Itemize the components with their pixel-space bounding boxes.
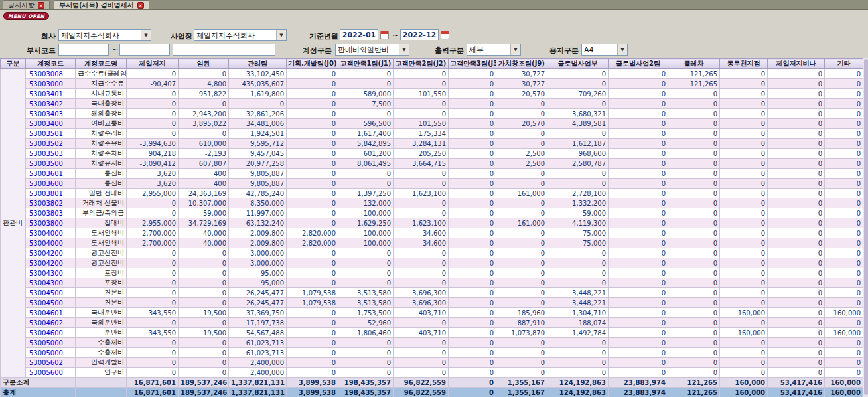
account-name-cell[interactable]: 운반비 xyxy=(76,328,127,338)
account-code-cell[interactable]: 53003000 xyxy=(26,79,76,89)
table-row[interactable]: 53005000수출제비0061,023,71300000000000 xyxy=(1,348,863,358)
table-row[interactable]: 53003502차량주유비-3,994,630610,0009,595,7120… xyxy=(1,139,863,149)
col-header[interactable]: 플레차 xyxy=(668,59,720,69)
account-code-cell[interactable]: 53003008 xyxy=(26,69,76,79)
col-header[interactable]: 기획.개발팀(J0) xyxy=(287,59,338,69)
table-row[interactable]: 53005600연구비002,400,00000000000000 xyxy=(1,368,863,378)
table-row[interactable]: 53004200광고선전비003,000,00000000000000 xyxy=(1,258,863,268)
close-icon[interactable]: ✕ xyxy=(137,2,144,9)
table-row[interactable]: 53003801일반 접대비2,955,00024,363,16942,785,… xyxy=(1,189,863,198)
col-header[interactable]: 글로벌사업부 xyxy=(547,59,609,69)
account-name-cell[interactable]: 부의금/축의금 xyxy=(76,208,127,218)
close-icon[interactable]: ✕ xyxy=(38,2,44,9)
account-name-cell[interactable]: 포장비 xyxy=(76,268,127,278)
account-type-select[interactable]: 판매비와일반비 ▼ xyxy=(335,44,409,56)
table-row[interactable]: 53003600통신비3,6204009,805,88700000000000 xyxy=(1,179,863,189)
account-code-cell[interactable]: 53003502 xyxy=(26,139,76,149)
col-header[interactable]: 구분 xyxy=(1,59,26,69)
table-row[interactable]: 53003800접대비2,955,00034,729,16963,132,240… xyxy=(1,218,863,228)
table-row[interactable]: 53005000수출제비0061,023,71300000000000 xyxy=(1,338,863,348)
col-header[interactable]: 계정코드 xyxy=(26,59,76,69)
table-row[interactable]: 53003402국내출장비00007,500000000000 xyxy=(1,99,863,109)
account-code-cell[interactable]: 53004600 xyxy=(26,328,76,338)
table-row[interactable]: 53004500견본비0026,245,4771,079,5383,513,58… xyxy=(1,298,863,308)
table-row[interactable]: 53003401시내교통비0951,8221,619,8000589,00010… xyxy=(1,89,863,99)
calendar-icon[interactable] xyxy=(380,31,389,39)
account-name-cell[interactable]: 포장비 xyxy=(76,278,127,288)
table-row[interactable]: 53004300포장비0095,00000000000000 xyxy=(1,278,863,288)
account-name-cell[interactable]: 도서인쇄비 xyxy=(76,228,127,238)
account-name-cell[interactable]: 광고선전비 xyxy=(76,258,127,268)
vertical-scrollbar[interactable] xyxy=(863,58,868,397)
account-name-cell[interactable]: 차량유지비 xyxy=(76,159,127,169)
account-name-cell[interactable]: 국내출장비 xyxy=(76,99,127,109)
table-row[interactable]: 53003500차량유지비-3,090,412607,80720,977,258… xyxy=(1,159,863,169)
col-header[interactable]: 가치창조팀(J9) xyxy=(496,59,547,69)
account-name-cell[interactable]: 수출제비 xyxy=(76,338,127,348)
table-row[interactable]: 53003501차량수리비001,924,50101,617,400175,33… xyxy=(1,129,863,139)
account-name-cell[interactable]: 지급수수료 xyxy=(76,79,127,89)
account-code-cell[interactable]: 53004000 xyxy=(26,228,76,238)
table-row[interactable]: 53004000도서인쇄비2,700,00040,0002,009,8002,8… xyxy=(1,228,863,238)
table-row[interactable]: 53004200광고선전비003,000,00000000000000 xyxy=(1,248,863,258)
col-header[interactable]: 동두천지점 xyxy=(720,59,768,69)
col-header[interactable]: 고객만족2팀(J2) xyxy=(394,59,449,69)
table-row[interactable]: 53003803부의금/축의금059,00011,997,0000100,000… xyxy=(1,208,863,218)
menu-open-button[interactable]: MENU OPEN xyxy=(3,12,49,20)
table-row[interactable]: 53003403해외출장비02,943,20032,861,206000003,… xyxy=(1,109,863,119)
tab-expense-report[interactable]: 부서별(세목) 경비명세서 ✕ xyxy=(54,0,149,9)
dept-from-input[interactable] xyxy=(58,44,109,56)
account-name-cell[interactable]: 통신비 xyxy=(76,179,127,189)
account-code-cell[interactable]: 53004200 xyxy=(26,258,76,268)
site-select[interactable]: 제일저지주식회사 ▼ xyxy=(194,29,287,41)
account-name-cell[interactable]: 접대비 xyxy=(76,218,127,228)
account-name-cell[interactable]: 수출제비 xyxy=(76,348,127,358)
account-code-cell[interactable]: 53004500 xyxy=(26,298,76,308)
account-code-cell[interactable]: 53003501 xyxy=(26,129,76,139)
dept-name-input[interactable] xyxy=(173,44,275,56)
account-code-cell[interactable]: 53004601 xyxy=(26,308,76,318)
company-select[interactable]: 제일저지주식회사 ▼ xyxy=(58,29,151,41)
account-name-cell[interactable]: 연구비 xyxy=(76,368,127,378)
account-name-cell[interactable]: 거래처 선물비 xyxy=(76,198,127,208)
account-code-cell[interactable]: 53003400 xyxy=(26,119,76,129)
account-name-cell[interactable]: 인력개발비 xyxy=(76,358,127,368)
col-header[interactable]: 계정코드명 xyxy=(76,59,127,69)
account-code-cell[interactable]: 53005000 xyxy=(26,338,76,348)
account-code-cell[interactable]: 53004500 xyxy=(26,288,76,298)
account-name-cell[interactable]: 차량주유비 xyxy=(76,139,127,149)
table-row[interactable]: 53003601통신비3,6204009,805,88700000000000 xyxy=(1,169,863,179)
period-from-input[interactable]: 2022-01 xyxy=(340,29,378,40)
account-code-cell[interactable]: 53003402 xyxy=(26,99,76,109)
table-row[interactable]: 53003400여비교통비03,895,02234,481,0060596,50… xyxy=(1,119,863,129)
account-name-cell[interactable]: 차량수리비 xyxy=(76,129,127,139)
account-code-cell[interactable]: 53003802 xyxy=(26,198,76,208)
account-name-cell[interactable]: 광고선전비 xyxy=(76,248,127,258)
account-code-cell[interactable]: 53003503 xyxy=(26,149,76,159)
table-row[interactable]: 53004300포장비0095,00000000000000 xyxy=(1,268,863,278)
account-code-cell[interactable]: 53003601 xyxy=(26,169,76,179)
account-name-cell[interactable]: 일반 접대비 xyxy=(76,189,127,198)
table-row[interactable]: 53003802거래처 선물비010,307,0008,350,0000132,… xyxy=(1,198,863,208)
table-row[interactable]: 53003503차량주차비904,218-2,1939,457,0450601,… xyxy=(1,149,863,159)
account-code-cell[interactable]: 53004602 xyxy=(26,318,76,328)
account-code-cell[interactable]: 53005602 xyxy=(26,358,76,368)
scrollbar-thumb[interactable] xyxy=(864,59,868,395)
table-row[interactable]: 53004601국내운반비343,55019,50037,369,75001,7… xyxy=(1,308,863,318)
table-row[interactable]: 53005602인력개발비002,400,00000000000000 xyxy=(1,358,863,368)
account-name-cell[interactable]: 차량주차비 xyxy=(76,149,127,159)
account-name-cell[interactable]: 국내운반비 xyxy=(76,308,127,318)
account-code-cell[interactable]: 53004300 xyxy=(26,278,76,288)
account-code-cell[interactable]: 53003600 xyxy=(26,179,76,189)
col-header[interactable]: 제일저지비나 xyxy=(768,59,825,69)
account-code-cell[interactable]: 53004000 xyxy=(26,238,76,248)
account-name-cell[interactable]: 견본비 xyxy=(76,288,127,298)
account-code-cell[interactable]: 53003500 xyxy=(26,159,76,169)
account-code-cell[interactable]: 53005000 xyxy=(26,348,76,358)
col-header[interactable]: 기타 xyxy=(825,59,863,69)
table-row[interactable]: 판관비53003008급수수료(클레임)0033,102,450000030,7… xyxy=(1,69,863,79)
table-row[interactable]: 53004000도서인쇄비2,700,00040,0002,009,8002,8… xyxy=(1,238,863,248)
calendar-icon[interactable] xyxy=(441,31,449,39)
col-header[interactable]: 고객만족3팀(J3) xyxy=(449,59,496,69)
paper-type-select[interactable]: A4 ▼ xyxy=(581,44,628,56)
